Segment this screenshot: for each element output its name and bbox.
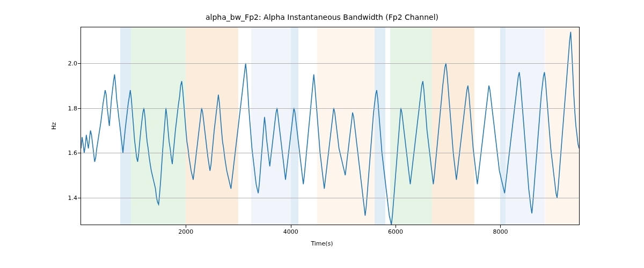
y-axis-label: Hz	[50, 122, 57, 130]
plot-area	[80, 27, 580, 225]
gridline	[81, 198, 579, 198]
y-tick-mark	[78, 198, 80, 198]
x-tick-label: 6000	[388, 228, 403, 235]
chart-figure: alpha_bw_Fp2: Alpha Instantaneous Bandwi…	[0, 0, 644, 268]
y-tick-mark	[78, 153, 80, 153]
x-tick-mark	[396, 225, 396, 228]
x-tick-label: 2000	[178, 228, 193, 235]
y-tick-label: 1.8	[56, 105, 77, 111]
x-tick-mark	[291, 225, 291, 228]
y-tick-label: 1.6	[56, 150, 77, 157]
gridline	[81, 108, 579, 109]
gridline	[81, 63, 579, 64]
x-tick-mark	[500, 225, 501, 228]
y-tick-mark	[78, 108, 80, 109]
y-tick-label: 1.4	[56, 194, 77, 201]
x-tick-label: 4000	[283, 228, 298, 235]
x-tick-label: 8000	[493, 228, 508, 235]
gridline	[81, 153, 579, 153]
data-line	[81, 32, 579, 225]
x-tick-mark	[186, 225, 186, 228]
x-axis-label: Time(s)	[0, 240, 644, 247]
y-tick-label: 2.0	[56, 59, 77, 66]
chart-title: alpha_bw_Fp2: Alpha Instantaneous Bandwi…	[0, 13, 644, 21]
line-series	[81, 27, 579, 225]
y-tick-mark	[78, 63, 80, 64]
